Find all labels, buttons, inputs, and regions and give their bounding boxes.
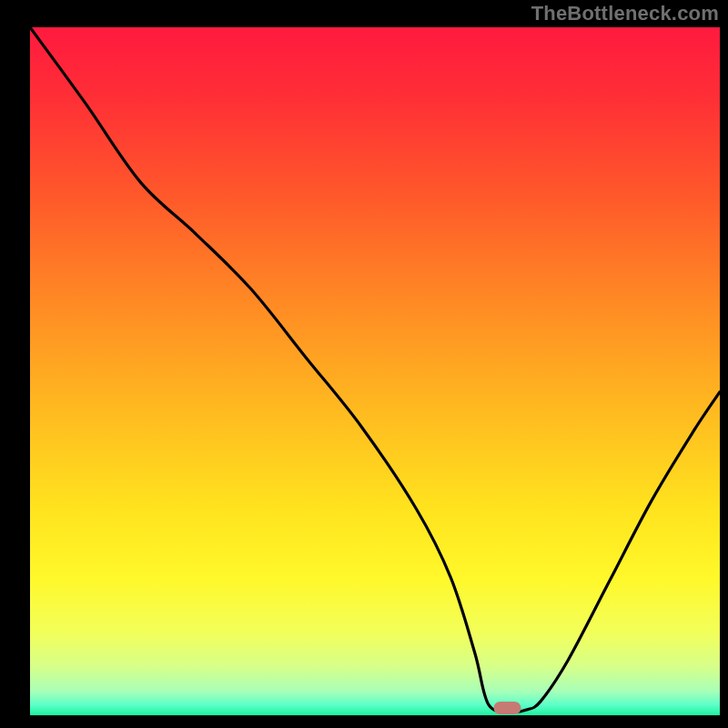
chart-frame: { "watermark": "TheBottleneck.com", "plo… [0, 0, 728, 728]
bottleneck-chart [0, 0, 728, 728]
optimal-marker [494, 702, 521, 714]
heatmap-background [30, 27, 720, 715]
watermark-text: TheBottleneck.com [531, 2, 719, 25]
